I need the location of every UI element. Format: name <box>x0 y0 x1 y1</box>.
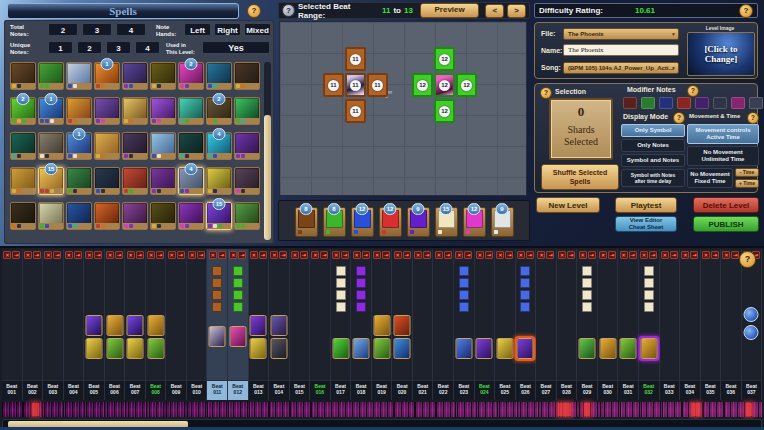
delete-beat-button[interactable]: ✕ <box>681 251 689 259</box>
delete-beat-button[interactable]: ✕ <box>106 251 114 259</box>
modifier-note[interactable] <box>212 302 222 312</box>
beat-note[interactable]: 12 <box>456 73 477 97</box>
spell-tile[interactable] <box>10 62 36 90</box>
movement-option[interactable]: Movement controls Active Time <box>687 124 759 144</box>
delete-beat-button[interactable]: ✕ <box>168 251 176 259</box>
timeline-spell-card[interactable] <box>229 326 246 347</box>
jump-to-beat-button[interactable]: ⇥ <box>608 251 616 259</box>
jump-to-beat-button[interactable]: ⇥ <box>341 251 349 259</box>
palette-note-card[interactable]: 8 <box>295 207 318 237</box>
beat-column[interactable]: ✕⇥Beat032 <box>639 249 660 400</box>
display-mode-help-icon[interactable]: ? <box>673 112 685 124</box>
timeline-spell-card[interactable] <box>147 315 164 336</box>
modifier-note[interactable] <box>459 290 469 300</box>
name-input[interactable] <box>563 44 679 56</box>
spell-tile[interactable] <box>66 97 92 125</box>
beat-note[interactable]: 11 <box>345 73 366 97</box>
spell-tile[interactable] <box>94 167 120 195</box>
spell-tile[interactable]: 2 <box>206 97 232 125</box>
modifier-note[interactable] <box>233 278 243 288</box>
beat-column[interactable]: ✕⇥Beat004 <box>64 249 85 400</box>
delete-beat-button[interactable]: ✕ <box>537 251 545 259</box>
jump-to-beat-button[interactable]: ⇥ <box>320 251 328 259</box>
jump-to-beat-button[interactable]: ⇥ <box>464 251 472 259</box>
palette-note-card[interactable]: 12 <box>463 207 486 237</box>
beat-column[interactable]: ✕⇥Beat003 <box>43 249 64 400</box>
beat-column[interactable]: ✕⇥Beat016 <box>310 249 331 400</box>
hands-right-button[interactable]: Right <box>214 23 241 36</box>
modifier-note[interactable] <box>336 302 346 312</box>
unique-notes-4-button[interactable]: 4 <box>135 41 160 54</box>
modifier-note[interactable] <box>582 266 592 276</box>
modifier-note[interactable] <box>233 290 243 300</box>
modifier-note[interactable] <box>520 278 530 288</box>
delete-beat-button[interactable]: ✕ <box>291 251 299 259</box>
modifier-notes-help-icon[interactable]: ? <box>687 85 699 97</box>
modifier-note[interactable] <box>644 278 654 288</box>
jump-to-beat-button[interactable]: ⇥ <box>53 251 61 259</box>
delete-beat-button[interactable]: ✕ <box>3 251 11 259</box>
modifier-note[interactable] <box>212 278 222 288</box>
jump-to-beat-button[interactable]: ⇥ <box>403 251 411 259</box>
jump-to-beat-button[interactable]: ⇥ <box>279 251 287 259</box>
spells-panel-title[interactable]: Spells <box>7 3 239 19</box>
delete-level-button[interactable]: Delete Level <box>693 197 759 213</box>
spell-tile[interactable] <box>206 167 232 195</box>
beat-column[interactable]: ✕⇥Beat006 <box>105 249 126 400</box>
display-mode-option[interactable]: Only Notes <box>621 139 685 152</box>
jump-to-beat-button[interactable]: ⇥ <box>177 251 185 259</box>
beat-column[interactable]: ✕⇥Beat031 <box>618 249 639 400</box>
jump-to-beat-button[interactable]: ⇥ <box>33 251 41 259</box>
spell-tile[interactable] <box>10 202 36 230</box>
modifier-note[interactable] <box>582 302 592 312</box>
spell-tile[interactable] <box>150 202 176 230</box>
delete-beat-button[interactable]: ✕ <box>722 251 730 259</box>
spells-help-icon[interactable]: ? <box>247 4 261 18</box>
modifier-note-chip[interactable] <box>749 97 763 109</box>
modifier-note[interactable] <box>212 266 222 276</box>
modifier-note[interactable] <box>582 290 592 300</box>
spell-tile[interactable] <box>38 62 64 90</box>
jump-to-beat-button[interactable]: ⇥ <box>362 251 370 259</box>
spells-scrollbar-thumb[interactable] <box>264 115 271 240</box>
timeline-scrollbar[interactable] <box>2 419 762 430</box>
palette-note-card[interactable]: 15 <box>435 207 458 237</box>
delete-beat-button[interactable]: ✕ <box>44 251 52 259</box>
jump-to-beat-button[interactable]: ⇥ <box>485 251 493 259</box>
timeline-spell-card[interactable] <box>106 338 123 359</box>
timeline-spell-card[interactable] <box>620 338 637 359</box>
spell-tile[interactable] <box>234 167 260 195</box>
timeline-spell-card[interactable] <box>496 338 513 359</box>
timeline-scrollbar-thumb[interactable] <box>8 421 188 428</box>
spell-tile[interactable] <box>150 97 176 125</box>
beat-note[interactable]: 12 <box>434 99 455 123</box>
modifier-note[interactable] <box>336 278 346 288</box>
modifier-note[interactable] <box>520 302 530 312</box>
palette-note-card[interactable]: 12 <box>379 207 402 237</box>
total-notes-2-button[interactable]: 2 <box>48 23 78 36</box>
beat-column[interactable]: ✕⇥Beat014 <box>269 249 290 400</box>
jump-to-beat-button[interactable]: ⇥ <box>649 251 657 259</box>
preview-button[interactable]: Preview <box>420 3 479 18</box>
modifier-note[interactable] <box>336 266 346 276</box>
delete-beat-button[interactable]: ✕ <box>24 251 32 259</box>
unique-notes-1-button[interactable]: 1 <box>48 41 73 54</box>
timeline-spell-card[interactable] <box>270 338 287 359</box>
timeline-spell-card[interactable] <box>209 326 226 347</box>
jump-to-beat-button[interactable]: ⇥ <box>259 251 267 259</box>
next-beat-button[interactable]: > <box>507 4 526 18</box>
delete-beat-button[interactable]: ✕ <box>414 251 422 259</box>
beat-column[interactable]: ✕⇥Beat024 <box>475 249 496 400</box>
level-image-button[interactable]: [Click to Change] <box>687 32 755 76</box>
timeline-spell-card[interactable] <box>517 338 534 359</box>
modifier-note[interactable] <box>212 290 222 300</box>
modifier-note[interactable] <box>582 278 592 288</box>
modifier-note[interactable] <box>356 290 366 300</box>
beat-column[interactable]: ✕⇥Beat010 <box>187 249 208 400</box>
jump-to-beat-button[interactable]: ⇥ <box>588 251 596 259</box>
modifier-note-chip[interactable] <box>713 97 727 109</box>
beat-column[interactable]: ✕⇥Beat008 <box>146 249 167 400</box>
jump-to-beat-button[interactable]: ⇥ <box>423 251 431 259</box>
beat-range-help-icon[interactable]: ? <box>282 4 295 17</box>
spell-tile[interactable]: 2 <box>10 97 36 125</box>
